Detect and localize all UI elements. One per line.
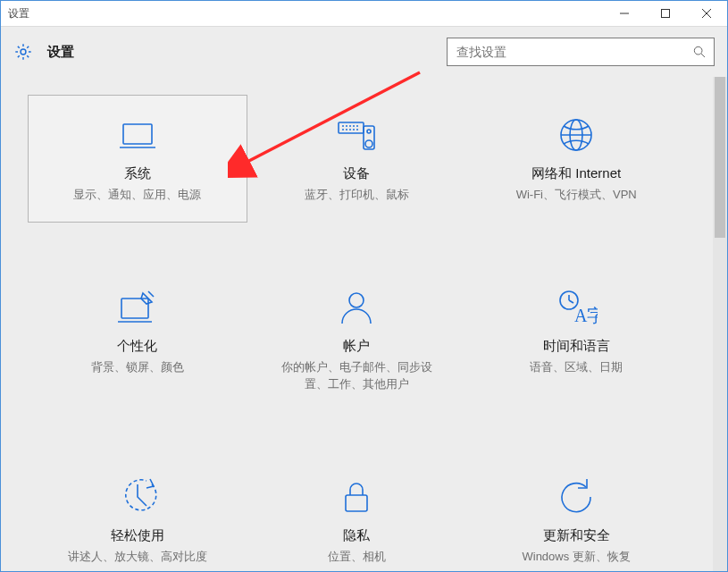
svg-point-5 [694, 46, 702, 55]
tile-desc: 显示、通知、应用、电源 [73, 186, 201, 204]
tile-title: 隐私 [343, 527, 370, 544]
search-box[interactable] [447, 38, 715, 66]
close-button[interactable] [686, 1, 727, 26]
svg-rect-7 [123, 124, 152, 144]
tile-privacy[interactable]: 隐私 位置、相机 [247, 457, 467, 573]
personalization-icon [116, 282, 159, 332]
tile-desc: 位置、相机 [328, 548, 386, 566]
tile-desc: Windows 更新、恢复 [522, 548, 630, 566]
ease-of-access-icon [116, 472, 159, 522]
svg-text:A字: A字 [574, 306, 598, 325]
tile-title: 个性化 [117, 338, 157, 355]
lock-icon [335, 472, 378, 522]
svg-point-4 [21, 49, 26, 55]
tile-update-security[interactable]: 更新和安全 Windows 更新、恢复 [466, 457, 686, 573]
tile-personalization[interactable]: 个性化 背景、锁屏、颜色 [28, 267, 247, 412]
svg-rect-1 [662, 10, 670, 18]
tile-ease-of-access[interactable]: 轻松使用 讲述人、放大镜、高对比度 [28, 457, 247, 573]
svg-point-29 [349, 293, 364, 307]
svg-line-32 [569, 300, 573, 303]
minimize-button[interactable] [604, 1, 645, 26]
tile-devices[interactable]: 设备 蓝牙、打印机、鼠标 [247, 95, 467, 223]
user-icon [335, 282, 378, 332]
svg-point-22 [365, 140, 372, 147]
tile-desc: 讲述人、放大镜、高对比度 [68, 548, 207, 566]
maximize-icon [661, 9, 670, 18]
maximize-button[interactable] [645, 1, 686, 26]
window-controls [604, 1, 727, 26]
devices-icon [335, 110, 378, 160]
system-icon [116, 110, 159, 160]
svg-rect-9 [339, 122, 364, 133]
tile-desc: Wi-Fi、飞行模式、VPN [516, 186, 637, 204]
window-title: 设置 [8, 6, 29, 21]
search-input[interactable] [455, 44, 692, 60]
tile-time-language[interactable]: A字 时间和语言 语音、区域、日期 [466, 267, 686, 412]
svg-line-6 [701, 54, 705, 57]
app-title: 设置 [47, 44, 74, 61]
app-header: 设置 [1, 27, 727, 77]
svg-line-28 [148, 291, 154, 297]
tile-title: 网络和 Internet [531, 165, 621, 182]
update-icon [555, 472, 598, 522]
tile-title: 轻松使用 [111, 527, 164, 544]
scrollbar-thumb[interactable] [715, 77, 725, 238]
tile-network[interactable]: 网络和 Internet Wi-Fi、飞行模式、VPN [466, 95, 686, 223]
tile-title: 帐户 [343, 338, 370, 355]
tile-title: 更新和安全 [543, 527, 610, 544]
gear-icon [13, 42, 33, 62]
settings-grid: 系统 显示、通知、应用、电源 设备 蓝牙、打印机、鼠标 [1, 77, 713, 572]
globe-icon [555, 110, 598, 160]
svg-point-21 [367, 130, 371, 133]
search-icon [692, 45, 707, 59]
tile-desc: 蓝牙、打印机、鼠标 [305, 186, 409, 204]
tile-system[interactable]: 系统 显示、通知、应用、电源 [28, 95, 247, 223]
tile-accounts[interactable]: 帐户 你的帐户、电子邮件、同步设置、工作、其他用户 [247, 267, 467, 412]
time-language-icon: A字 [555, 282, 598, 332]
tile-desc: 语音、区域、日期 [530, 358, 623, 376]
tile-title: 系统 [124, 165, 151, 182]
tile-desc: 背景、锁屏、颜色 [91, 358, 184, 376]
titlebar: 设置 [1, 1, 727, 27]
tile-title: 设备 [343, 165, 370, 182]
svg-rect-34 [346, 495, 367, 511]
tile-desc: 你的帐户、电子邮件、同步设置、工作、其他用户 [280, 358, 432, 393]
minimize-icon [620, 9, 629, 18]
tile-title: 时间和语言 [543, 338, 610, 355]
content-area: 系统 显示、通知、应用、电源 设备 蓝牙、打印机、鼠标 [1, 77, 727, 572]
close-icon [702, 9, 711, 18]
vertical-scrollbar[interactable] [713, 77, 727, 572]
